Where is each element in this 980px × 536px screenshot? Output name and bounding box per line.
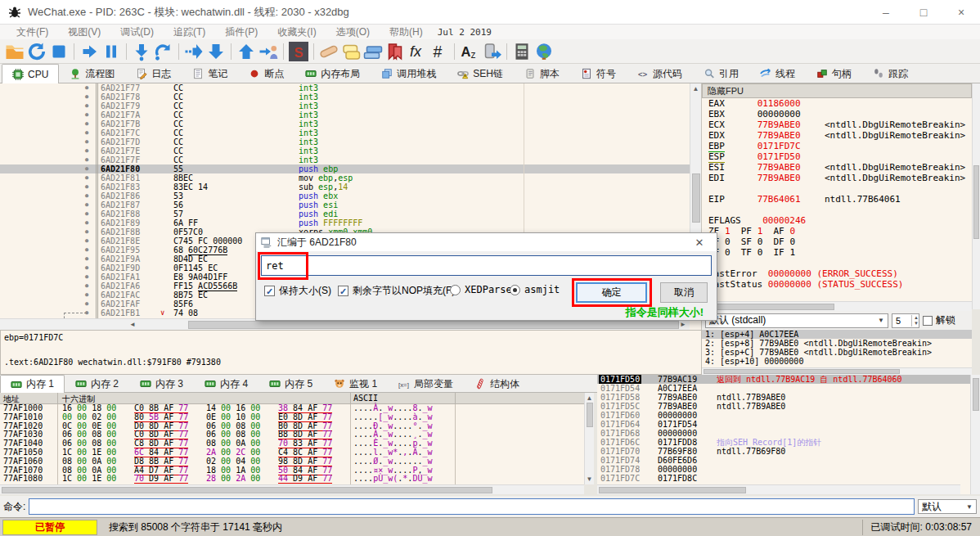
argument-count-spinner[interactable]: 5 ▲▼ [892,313,919,328]
breakpoint-dot-icon[interactable]: ● [85,101,88,110]
registers-vertical-scrollbar[interactable] [972,83,980,309]
unlock-checkbox[interactable] [923,316,933,326]
bottom-tab-内存-3[interactable]: 内存 3 [129,375,194,392]
disasm-row[interactable]: ●6AD21F7ACCint3 [0,110,701,119]
minimize-button[interactable]: – [867,0,905,25]
hash-icon[interactable]: # [429,42,449,61]
register-row[interactable]: ESI 77B9ABE0<ntdll.DbgUiRemoteBreakin> [702,162,972,173]
disasm-row[interactable]: ●6AD21F818BECmov ebp,esp [0,173,701,182]
breakpoint-dot-icon[interactable]: ● [85,263,88,273]
disasm-row[interactable]: ●6AD21F896A FFpush FFFFFFFF [0,218,701,227]
register-row[interactable]: EAX 01186000 [702,98,972,109]
breakpoint-dot-icon[interactable]: ● [85,300,88,309]
register-row[interactable]: EBX 00000000 [702,109,972,119]
modules-icon[interactable] [482,42,501,61]
menu-item[interactable]: 文件(F) [7,26,58,38]
command-script-dropdown[interactable]: 默认 ▼ [918,499,977,514]
step-over-icon[interactable] [154,42,173,61]
register-row[interactable]: EBP 0171FD7C [702,141,972,151]
menu-item[interactable]: 追踪(T) [164,26,215,38]
tab-笔记[interactable]: 笔记 [182,64,238,83]
stop-debugging-icon[interactable] [49,42,69,61]
breakpoint-dot-icon[interactable]: ● [85,273,88,282]
menu-item[interactable]: 选项(O) [326,26,380,38]
disasm-row[interactable]: ●6AD21F8756push esi [0,200,701,209]
registers-pane[interactable]: 隐藏FPU EAX 01186000EBX 00000000ECX 77B9AB… [702,83,972,330]
stack-row[interactable]: 0171FD5877B9ABE0ntdll.77B9ABE0 [597,393,970,402]
maximize-button[interactable]: □ [905,0,942,25]
arguments-pane[interactable]: 1: [esp+4] A0C17EEA2: [esp+8] 77B9ABE0 <… [702,330,972,375]
flags-row[interactable]: ZF 1 PF 1 AF 0 [702,226,972,236]
register-spacer[interactable] [702,183,972,194]
breakpoint-dot-icon[interactable]: ● [85,128,88,137]
disasm-row[interactable]: ●6AD21F7BCCint3 [0,119,701,128]
breakpoint-dot-icon[interactable]: ● [85,236,88,245]
stack-row[interactable]: 0171FD6C0171FDD8指向SEH_Record[1]的指针 [597,438,970,447]
stack-row[interactable]: 0171FD6800000000 [597,429,970,438]
breakpoint-dot-icon[interactable]: ● [85,155,88,164]
nop-fill-checkbox[interactable]: ✓ 剩余字节以NOP填充(F) [338,284,455,298]
dump-row[interactable]: 77AF10801C 00 1E 0070 D9 AF 7728 00 2A 0… [0,475,584,484]
stack-row[interactable]: 0171FD640171FD54 [597,420,970,429]
argument-row[interactable]: 4: [esp+10] 00000000 [702,357,972,366]
register-spacer[interactable] [702,205,972,215]
tab-内存布局[interactable]: 内存布局 [294,64,371,83]
step-into-icon[interactable] [132,42,151,61]
tab-符号[interactable]: 符号 [570,64,627,83]
arguments-horizontal-scrollbar[interactable] [702,367,972,375]
argument-row[interactable]: 3: [esp+C] 77B9ABE0 <ntdll.DbgUiRemoteBr… [702,348,972,357]
argument-row[interactable]: 2: [esp+8] 77B9ABE0 <ntdll.DbgUiRemoteBr… [702,339,972,348]
text-az-icon[interactable]: Az [460,42,479,61]
stack-row[interactable]: 0171FD7C0171FD8C [597,474,970,483]
disasm-row[interactable]: ●6AD21F78CCint3 [0,92,701,101]
stack-row[interactable]: 0171FD5077B9AC19返回到 ntdll.77B9AC19 自 ntd… [597,375,970,384]
breakpoint-dot-icon[interactable]: ● [85,164,88,173]
breakpoint-dot-icon[interactable]: ● [85,200,88,209]
tab-调用堆栈[interactable]: 调用堆栈 [371,64,447,83]
breakpoint-dot-icon[interactable]: ● [85,191,88,200]
register-row[interactable]: EDI 77B9ABE0<ntdll.DbgUiRemoteBreakin> [702,173,972,183]
stack-row[interactable]: 0171FD6000000000 [597,411,970,420]
pause-icon[interactable] [101,42,121,61]
dialog-close-icon[interactable]: ✕ [687,236,712,249]
keep-size-checkbox[interactable]: ✓ 保持大小(S) [264,284,331,298]
bottom-tab-内存-2[interactable]: 内存 2 [65,375,129,392]
menu-item[interactable]: 调试(D) [110,26,164,38]
open-file-icon[interactable] [5,42,25,61]
bottom-tab-监视-1[interactable]: 监视 1 [323,375,388,392]
bottom-tab-结构体[interactable]: 结构体 [464,375,530,392]
menu-item[interactable]: 视图(V) [58,26,110,38]
dump-horizontal-scrollbar[interactable] [0,484,584,494]
register-spacer[interactable] [702,290,972,300]
register-spacer[interactable] [702,258,972,268]
breakpoint-dot-icon[interactable]: ● [85,291,88,300]
disasm-row[interactable]: ●6AD21F79CCint3 [0,101,701,110]
ok-button[interactable]: 确定 [576,282,647,303]
disasm-row[interactable]: ●6AD21F8383EC 14sub esp,14 [0,182,701,191]
disasm-row[interactable]: ●6AD21F7ECCint3 [0,146,701,155]
convention-dropdown[interactable]: 默认 (stdcall) ▼ [705,313,888,328]
stack-row[interactable]: 0171FD5C77B9ABE0ntdll.77B9ABE0 [597,402,970,411]
disasm-row[interactable]: ●6AD21F7DCCint3 [0,137,701,146]
step-down-icon[interactable] [206,42,226,61]
breakpoint-dot-icon[interactable]: ● [85,218,88,227]
register-row[interactable]: EIP 77B64061ntdll.77B64061 [702,194,972,205]
tab-句柄[interactable]: 句柄 [806,64,862,83]
disasm-row[interactable]: ●6AD21F7FCCint3 [0,155,701,164]
run-trace-icon[interactable] [184,42,204,61]
disasm-row[interactable]: ●6AD21F8857push edi [0,209,701,218]
breakpoint-dot-icon[interactable]: ● [85,119,88,128]
tab-线程[interactable]: 线程 [749,64,806,83]
calculator-icon[interactable] [512,42,532,61]
breakpoint-dot-icon[interactable]: ● [85,146,88,155]
bottom-tab-内存-4[interactable]: 内存 4 [194,375,258,392]
execute-till-return-icon[interactable] [236,42,256,61]
disasm-row[interactable]: ●6AD21F77CCint3 [0,83,701,92]
register-row[interactable]: EFLAGS 00000246 [702,215,972,226]
argument-row[interactable]: 1: [esp+4] A0C17EEA [702,330,972,339]
strings-icon[interactable]: S [289,42,308,61]
registers-horizontal-scrollbar[interactable] [702,301,972,311]
stack-vertical-scrollbar[interactable] [970,375,980,494]
bottom-tab-内存-5[interactable]: 内存 5 [258,375,323,392]
dump-row[interactable]: 77AF101000 00 02 0080 5B AF 770E 00 10 0… [0,413,584,422]
